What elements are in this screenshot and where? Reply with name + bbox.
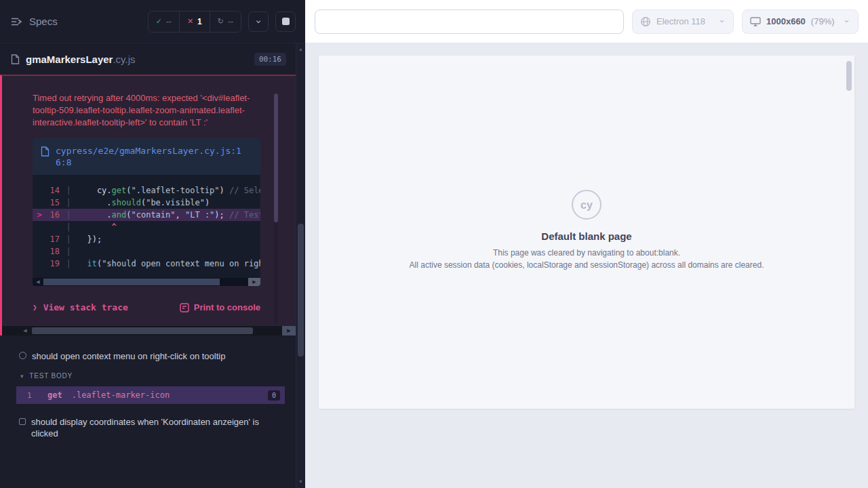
viewport-size: 1000x660 bbox=[766, 16, 806, 26]
code-frame: cypress/e2e/gmaMarkersLayer.cy.js:16:8 1… bbox=[33, 138, 260, 286]
browser-label: Electron 118 bbox=[656, 16, 705, 26]
chevron-down-icon: ⌄ bbox=[254, 16, 263, 23]
reporter-sidebar: Specs ✓ -- ✕ 1 ↻ -- ⌄ bbox=[0, 0, 305, 488]
scrollbar-thumb[interactable] bbox=[274, 94, 278, 222]
reporter-header: Specs ✓ -- ✕ 1 ↻ -- ⌄ bbox=[0, 0, 305, 43]
stop-icon bbox=[282, 18, 290, 25]
scroll-down-icon[interactable]: ▼ bbox=[296, 477, 305, 487]
scroll-right-icon[interactable]: ▶ bbox=[282, 326, 296, 336]
specs-menu-button[interactable]: Specs bbox=[11, 16, 58, 27]
pending-icon: ↻ bbox=[218, 17, 224, 26]
code-line: >16| .and("contain", "LT :"); // Test bbox=[33, 209, 260, 221]
scrollbar-track[interactable] bbox=[31, 326, 282, 336]
scrollbar-track[interactable] bbox=[43, 278, 248, 286]
test-stats: ✓ -- ✕ 1 ↻ -- bbox=[148, 11, 241, 33]
code-line: 17| }); bbox=[33, 233, 260, 245]
browser-icon bbox=[640, 16, 651, 27]
browser-selector[interactable]: Electron 118 ⌄ bbox=[632, 9, 734, 34]
viewport-icon bbox=[750, 17, 761, 26]
file-icon bbox=[11, 54, 20, 64]
blank-page-content: cy Default blank page This page was clea… bbox=[319, 56, 854, 270]
stat-passed: ✓ -- bbox=[149, 12, 179, 32]
chevron-down-icon: ⌄ bbox=[843, 17, 850, 22]
error-vertical-scrollbar[interactable] bbox=[274, 94, 278, 324]
scroll-left-icon[interactable]: ◀ bbox=[20, 326, 31, 336]
test-item-coordinates[interactable]: should display coordinates when 'Koordin… bbox=[0, 411, 296, 445]
chevron-down-icon: ▾ bbox=[20, 373, 24, 380]
code-line: 19| it("should open context menu on righ bbox=[33, 258, 260, 270]
scrollbar-thumb[interactable] bbox=[298, 224, 304, 357]
url-input[interactable] bbox=[315, 9, 624, 34]
test-body-toggle[interactable]: ▾ TEST BODY bbox=[0, 367, 296, 384]
spec-filename: gmaMarkersLayer bbox=[26, 54, 113, 65]
scroll-left-icon[interactable]: ◀ bbox=[33, 278, 43, 286]
file-link-text: cypress/e2e/gmaMarkersLayer.cy.js:16:8 bbox=[56, 145, 247, 168]
stop-tests-button[interactable] bbox=[275, 12, 296, 32]
spec-duration: 00:16 bbox=[254, 53, 286, 66]
aut-container: cy Default blank page This page was clea… bbox=[305, 43, 868, 488]
spec-name: gmaMarkersLayer.cy.js bbox=[26, 54, 248, 65]
viewport-selector[interactable]: 1000x660 (79%) ⌄ bbox=[742, 9, 859, 34]
code-line: 14| cy.get(".leaflet-tooltip") // Sele bbox=[33, 184, 260, 197]
blank-page-message-1: This page was cleared by navigating to a… bbox=[319, 248, 854, 258]
test-error-panel: Timed out retrying after 4000ms: expecte… bbox=[0, 75, 296, 336]
specs-label: Specs bbox=[29, 16, 58, 27]
code-line: 15| .should("be.visible") bbox=[33, 197, 260, 209]
error-content: Timed out retrying after 4000ms: expecte… bbox=[2, 76, 296, 312]
chevron-down-icon: ⌄ bbox=[718, 17, 726, 22]
scrollbar-thumb[interactable] bbox=[43, 279, 220, 285]
spec-header: gmaMarkersLayer.cy.js 00:16 bbox=[0, 43, 296, 75]
error-message: Timed out retrying after 4000ms: expecte… bbox=[33, 92, 260, 129]
test-list: should open context menu on right-click … bbox=[0, 336, 296, 445]
blank-page-message-2: All active session data (cookies, localS… bbox=[319, 260, 854, 270]
test-body-label: TEST BODY bbox=[29, 372, 73, 380]
command-message: .leaflet-marker-icon bbox=[72, 390, 170, 400]
stat-failed: ✕ 1 bbox=[179, 12, 210, 32]
check-icon: ✓ bbox=[156, 17, 162, 26]
cross-icon: ✕ bbox=[187, 17, 193, 26]
passed-count: -- bbox=[166, 17, 172, 26]
print-icon bbox=[180, 303, 189, 312]
test-item-context-menu[interactable]: should open context menu on right-click … bbox=[0, 345, 296, 367]
viewport-zoom: (79%) bbox=[811, 16, 835, 26]
command-name: get bbox=[47, 390, 62, 400]
blank-page-title: Default blank page bbox=[319, 230, 854, 242]
test-title: should open context menu on right-click … bbox=[32, 350, 225, 362]
code-horizontal-scrollbar[interactable]: ◀ ▶ bbox=[33, 278, 260, 286]
code-frame-lines: 14| cy.get(".leaflet-tooltip") // Sele15… bbox=[33, 175, 260, 278]
command-number: 1 bbox=[27, 391, 37, 400]
aut-frame: cy Default blank page This page was clea… bbox=[319, 56, 854, 409]
pending-count: -- bbox=[228, 17, 233, 26]
cypress-logo: cy bbox=[572, 190, 601, 220]
runner-header: Electron 118 ⌄ 1000x660 (79%) ⌄ bbox=[305, 0, 868, 43]
aut-scrollbar-thumb[interactable] bbox=[846, 61, 852, 91]
test-title: should display coordinates when 'Koordin… bbox=[31, 416, 265, 439]
command-badge: 0 bbox=[268, 390, 280, 401]
print-label: Print to console bbox=[194, 302, 260, 312]
print-to-console-button[interactable]: Print to console bbox=[180, 302, 260, 312]
scroll-up-icon[interactable]: ▲ bbox=[296, 45, 305, 54]
scroll-right-icon[interactable]: ▶ bbox=[248, 278, 260, 286]
reporter-scrollbar[interactable]: ▲ ▼ bbox=[296, 43, 305, 488]
spec-extension: .cy.js bbox=[113, 54, 135, 65]
command-log-entry[interactable]: 1 get .leaflet-marker-icon 0 bbox=[16, 386, 285, 404]
scrollbar-thumb[interactable] bbox=[32, 327, 253, 334]
stat-pending: ↻ -- bbox=[210, 12, 241, 32]
view-stack-trace-link[interactable]: ❯ View stack trace bbox=[33, 302, 128, 312]
test-running-icon bbox=[19, 352, 26, 359]
specs-list-icon bbox=[11, 17, 23, 26]
code-line: 18| bbox=[33, 245, 260, 258]
chevron-right-icon: ❯ bbox=[33, 303, 37, 312]
collapse-reporter-button[interactable]: ⌄ bbox=[248, 12, 269, 32]
error-actions: ❯ View stack trace Print to console bbox=[33, 302, 260, 312]
runner-area: Electron 118 ⌄ 1000x660 (79%) ⌄ cy Defau… bbox=[305, 0, 868, 488]
code-line: | ^ bbox=[33, 221, 260, 233]
stack-trace-label: View stack trace bbox=[43, 302, 128, 312]
file-icon bbox=[41, 146, 50, 157]
code-frame-file-link[interactable]: cypress/e2e/gmaMarkersLayer.cy.js:16:8 bbox=[33, 138, 260, 175]
failed-count: 1 bbox=[197, 17, 202, 26]
test-pending-icon bbox=[19, 418, 26, 425]
error-horizontal-scrollbar[interactable]: ◀ ▶ bbox=[2, 326, 296, 336]
reporter-body: gmaMarkersLayer.cy.js 00:16 Timed out re… bbox=[0, 43, 296, 488]
